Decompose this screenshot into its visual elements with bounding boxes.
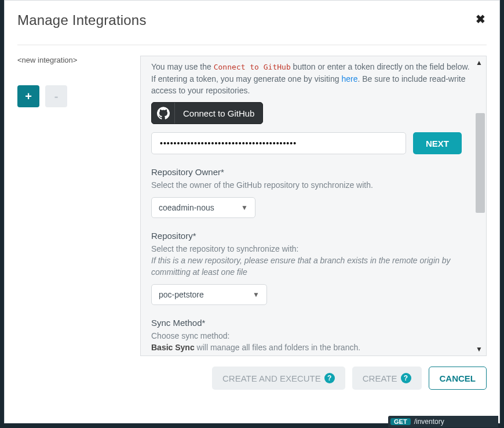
new-integration-item[interactable]: <new integration> (17, 56, 133, 64)
create-button[interactable]: CREATE ? (352, 367, 422, 390)
help-icon[interactable]: ? (401, 373, 411, 383)
cancel-button[interactable]: CANCEL (429, 367, 487, 390)
connect-to-github-button[interactable]: Connect to GitHub (151, 102, 263, 124)
endpoint-path: /inventory (414, 418, 444, 426)
add-integration-button[interactable]: + (17, 85, 39, 107)
repository-select[interactable]: poc-petstore ▼ (151, 284, 267, 305)
repository-owner-label: Repository Owner* (151, 167, 476, 177)
http-method-badge: GET (390, 418, 411, 425)
sync-method-label: Sync Method* (151, 318, 476, 328)
token-instructions: You may use the Connect to GitHub button… (151, 61, 476, 96)
github-token-input[interactable] (151, 132, 406, 154)
repository-help: Select the repository to synchronize wit… (151, 243, 476, 278)
token-generate-link[interactable]: here (341, 74, 357, 84)
close-icon[interactable]: ✖ (476, 12, 485, 26)
connect-github-code: Connect to GitHub (214, 63, 291, 71)
github-icon (152, 103, 175, 124)
scroll-up-arrow[interactable]: ▲ (476, 59, 484, 67)
create-and-execute-button[interactable]: CREATE AND EXECUTE ? (212, 367, 345, 390)
scroll-down-arrow[interactable]: ▼ (476, 345, 484, 353)
chevron-down-icon: ▼ (241, 204, 248, 212)
help-icon[interactable]: ? (324, 373, 335, 383)
chevron-down-icon: ▼ (253, 291, 260, 299)
repository-owner-select[interactable]: coeadmin-nous ▼ (151, 197, 255, 218)
repository-label: Repository* (151, 231, 476, 241)
background-endpoint-row: GET /inventory (388, 416, 498, 427)
modal-header: Manage Integrations ✖ (17, 12, 487, 45)
repository-owner-help: Select the owner of the GitHub repositor… (151, 179, 476, 191)
manage-integrations-modal: Manage Integrations ✖ <new integration> … (4, 0, 500, 423)
scrollbar-thumb[interactable] (476, 113, 485, 213)
modal-footer: CREATE AND EXECUTE ? CREATE ? CANCEL (140, 367, 487, 390)
next-button[interactable]: NEXT (413, 132, 462, 154)
modal-title: Manage Integrations (17, 12, 147, 28)
integrations-sidebar: <new integration> + - (17, 56, 140, 390)
remove-integration-button: - (45, 85, 67, 107)
sync-method-help: Choose sync method: Basic Sync will mana… (151, 330, 476, 356)
integration-form-panel: ▲ ▼ You may use the Connect to GitHub bu… (140, 56, 487, 356)
